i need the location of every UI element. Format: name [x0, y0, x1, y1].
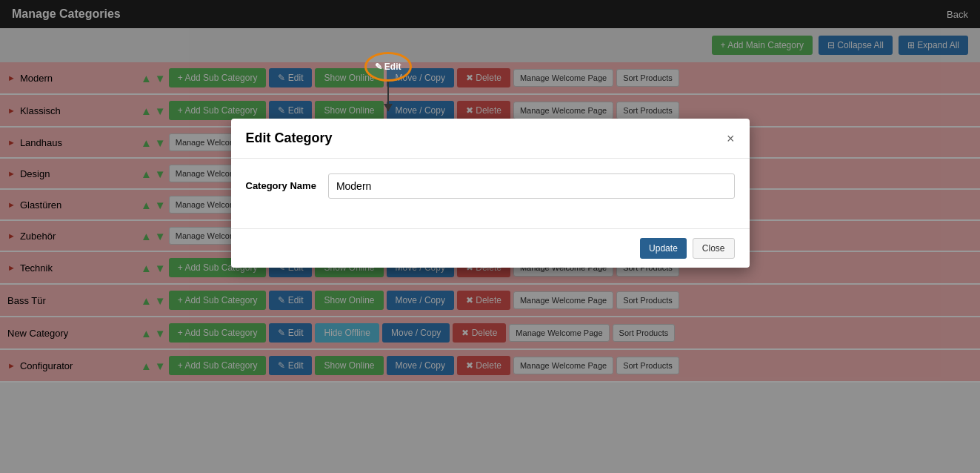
category-name-input[interactable] — [328, 173, 735, 199]
edit-button-highlight: ✎ Edit — [364, 52, 412, 82]
modal-overlay: ✎ Edit Edit Category × Category Name Upd… — [0, 0, 980, 383]
edit-category-modal: ✎ Edit Edit Category × Category Name Upd… — [231, 119, 750, 268]
category-name-label: Category Name — [246, 173, 316, 193]
category-name-row: Category Name — [246, 173, 735, 199]
edit-highlight-label: ✎ Edit — [375, 62, 401, 72]
annotation: ✎ Edit — [364, 52, 412, 111]
modal-footer: Update Close — [231, 228, 750, 268]
update-button[interactable]: Update — [640, 238, 687, 259]
modal-body: Category Name — [231, 159, 750, 228]
modal-title: Edit Category — [246, 130, 333, 146]
annotation-arrow — [387, 82, 389, 111]
close-button[interactable]: Close — [693, 238, 735, 259]
modal-header: Edit Category × — [231, 119, 750, 159]
modal-close-button[interactable]: × — [727, 132, 735, 145]
